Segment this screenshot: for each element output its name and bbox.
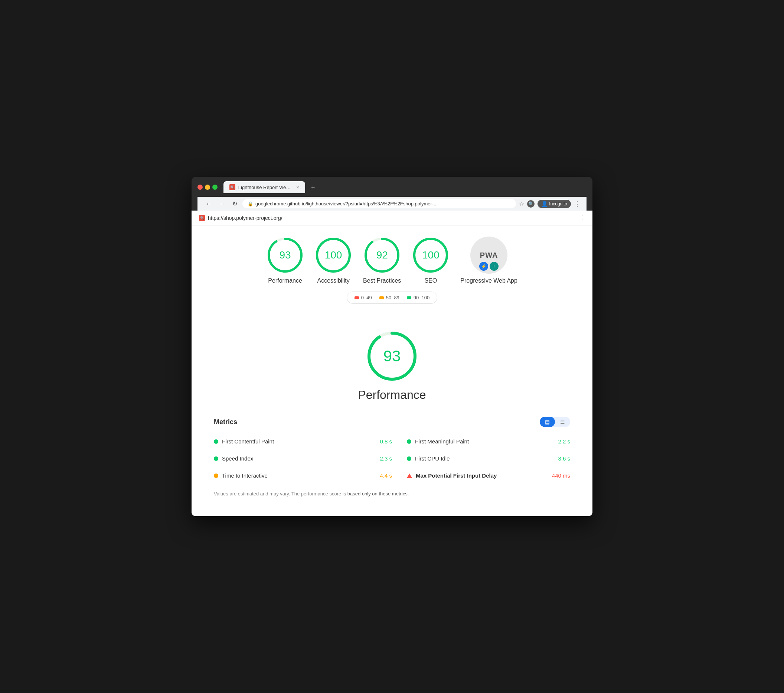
grid-icon: ▤ [545,419,550,425]
fci-name: First CPU Idle [415,455,554,462]
metric-tti: Time to Interactive 4.4 s [214,467,392,484]
toggle-list-button[interactable]: ☰ [555,417,570,427]
toggle-grid-button[interactable]: ▤ [540,417,555,427]
pwa-text: PWA [480,251,498,260]
legend-label-average: 50–89 [386,295,399,300]
address-bar: ← → ↻ 🔒 googlechrome.github.io/lighthous… [198,197,586,211]
metric-fci: First CPU Idle 3.6 s [392,450,570,467]
metric-fcp: First Contentful Paint 0.8 s [214,433,392,450]
best-practices-label: Best Practices [363,277,401,284]
browser-titlebar: 🔍 Lighthouse Report Viewer × + ← → ↻ 🔒 g… [191,177,593,211]
page-favicon: 🔍 [199,215,205,221]
fci-indicator [407,456,411,461]
legend-item-pass: 90–100 [407,295,430,300]
performance-score: 93 [280,249,291,261]
pwa-badge-lightning: ⚡ [479,262,488,271]
legend-label-pass: 90–100 [413,295,430,300]
refresh-button[interactable]: ↻ [230,200,239,208]
page-url: https://shop.polymer-project.org/ [208,215,282,221]
new-tab-button[interactable]: + [308,182,318,193]
legend-dot-orange [379,296,384,299]
performance-circle: 93 [267,237,304,274]
browser-content: 🔍 https://shop.polymer-project.org/ ⋮ [191,211,593,516]
forward-button[interactable]: → [217,200,227,208]
metrics-header: Metrics ▤ ☰ [214,417,570,427]
fid-name: Max Potential First Input Delay [416,472,548,479]
score-circles: 93 Performance 100 Access [267,237,517,284]
pwa-badges: ⚡ + [479,262,499,271]
accessibility-circle: 100 [315,237,352,274]
si-value: 2.3 s [380,455,392,462]
fcp-value: 0.8 s [380,438,392,445]
url-bar-left: 🔍 https://shop.polymer-project.org/ [199,215,282,221]
fcp-indicator [214,439,218,444]
tti-name: Time to Interactive [222,472,376,479]
incognito-icon: 👤 [541,201,548,207]
url-bar: 🔍 https://shop.polymer-project.org/ ⋮ [191,211,593,225]
address-text: googlechrome.github.io/lighthouse/viewer… [255,201,438,206]
score-item-seo: 100 SEO [412,237,449,284]
star-icon[interactable]: ☆ [519,200,524,207]
si-indicator [214,456,218,461]
metrics-grid: First Contentful Paint 0.8 s First Meani… [214,433,570,484]
tab-bar: 🔍 Lighthouse Report Viewer × + [224,181,586,193]
score-item-pwa: PWA ⚡ + Progressive Web App [460,237,517,284]
extension-icon: 🔍 [527,200,535,208]
footer-end: . [408,491,409,497]
fmp-name: First Meaningful Paint [415,438,554,445]
tti-value: 4.4 s [380,472,392,479]
best-practices-circle: 92 [363,237,400,274]
perf-header: 93 Performance [214,330,570,402]
back-button[interactable]: ← [203,200,214,208]
legend-item-average: 50–89 [379,295,399,300]
close-button[interactable] [198,185,203,190]
incognito-label: Incognito [549,201,567,206]
address-input-wrapper[interactable]: 🔒 googlechrome.github.io/lighthouse/view… [242,199,516,208]
perf-detail-score: 93 [384,347,401,365]
footer-link[interactable]: based only on these metrics [348,491,408,497]
lock-icon: 🔒 [248,201,253,206]
fci-value: 3.6 s [558,455,570,462]
minimize-button[interactable] [205,185,210,190]
score-item-performance: 93 Performance [267,237,304,284]
tab-favicon: 🔍 [229,184,236,190]
seo-circle: 100 [412,237,449,274]
pwa-label: Progressive Web App [460,277,517,284]
page-menu-icon[interactable]: ⋮ [579,214,585,221]
maximize-button[interactable] [212,185,217,190]
score-summary: 93 Performance 100 Access [191,225,593,315]
fcp-name: First Contentful Paint [222,438,376,445]
seo-label: SEO [424,277,437,284]
legend-label-fail: 0–49 [361,295,372,300]
tti-indicator [214,474,218,478]
score-item-best-practices: 92 Best Practices [363,237,401,284]
browser-window: 🔍 Lighthouse Report Viewer × + ← → ↻ 🔒 g… [191,177,593,516]
incognito-badge: 👤 Incognito [537,200,571,208]
perf-title: Performance [358,388,426,402]
seo-score: 100 [422,249,440,261]
score-legend: 0–49 50–89 90–100 [347,292,437,304]
main-content: 93 Performance 100 Access [191,225,593,516]
fid-indicator [407,474,412,478]
fid-value: 440 ms [552,472,570,479]
metric-fmp: First Meaningful Paint 2.2 s [392,433,570,450]
legend-dot-red [354,296,359,299]
view-toggle: ▤ ☰ [540,417,570,427]
menu-button[interactable]: ⋮ [574,200,581,208]
performance-section: 93 Performance Metrics ▤ ☰ [191,315,593,516]
traffic-lights [198,185,217,190]
metric-fid: Max Potential First Input Delay 440 ms [392,467,570,484]
tab-close-icon[interactable]: × [296,184,299,190]
metrics-footer: Values are estimated and may vary. The p… [214,490,570,498]
metric-si: Speed Index 2.3 s [214,450,392,467]
active-tab[interactable]: 🔍 Lighthouse Report Viewer × [224,181,305,193]
accessibility-label: Accessibility [317,277,350,284]
list-icon: ☰ [560,419,565,425]
legend-item-fail: 0–49 [354,295,372,300]
metrics-section: Metrics ▤ ☰ [214,417,570,505]
perf-detail-circle: 93 [366,330,418,382]
fmp-indicator [407,439,411,444]
browser-controls: 🔍 Lighthouse Report Viewer × + [198,181,586,193]
si-name: Speed Index [222,455,376,462]
fmp-value: 2.2 s [558,438,570,445]
